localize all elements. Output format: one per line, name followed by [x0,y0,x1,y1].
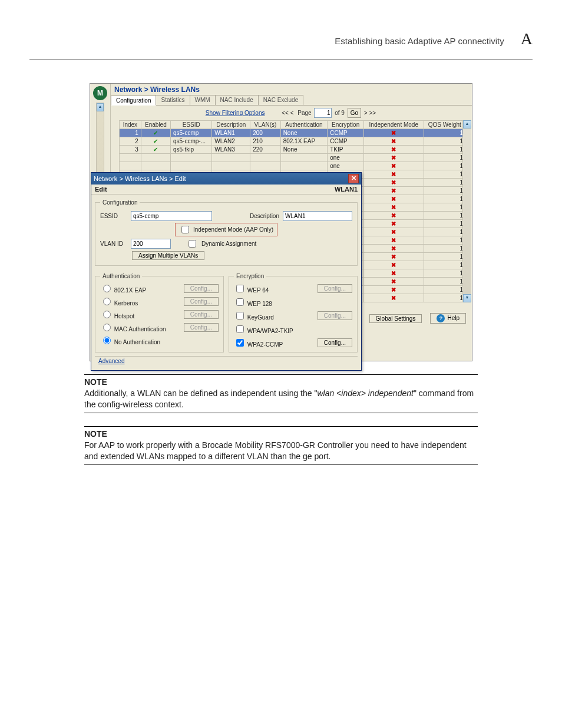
help-button[interactable]: ?Help [430,313,466,324]
enc-checkbox[interactable] [236,339,244,347]
table-cell: TKIP [328,146,364,154]
vlan-id-input[interactable] [131,239,171,249]
table-cell: ✖ [364,269,424,278]
column-header[interactable]: ESSID [171,121,212,129]
tab-wmm[interactable]: WMM [190,95,216,105]
column-header[interactable]: Authentication [280,121,328,129]
pager-next[interactable]: > >> [364,110,376,116]
auth-config-button[interactable]: Config... [184,284,219,293]
enc-config-button[interactable]: Config... [318,338,352,347]
x-icon: ✖ [366,270,421,276]
auth-option[interactable]: 802.1X EAP [100,283,184,294]
enc-option[interactable]: WPA2-CCMP [234,337,318,348]
x-icon: ✖ [366,286,421,293]
table-cell: ✖ [364,162,424,170]
auth-option[interactable]: MAC Authentication [100,322,184,332]
check-icon: ✔ [144,130,168,136]
table-row[interactable]: one✖1 [120,154,466,162]
column-header[interactable]: QOS Weight [424,121,465,129]
table-row[interactable]: one✖1 [120,162,466,170]
description-input[interactable] [283,211,352,221]
table-cell: ✖ [364,137,424,146]
note-title: NOTE [84,429,478,439]
table-cell [141,154,170,162]
show-filtering-link[interactable]: Show Filtering Options [206,110,265,116]
enc-config-button[interactable]: Config... [318,311,352,320]
table-cell: ✖ [364,195,424,203]
auth-config-button[interactable]: Config... [184,310,219,319]
table-scrollbar[interactable]: ▲ ▼ [462,120,471,302]
column-header[interactable]: Independent Mode [364,121,424,129]
dialog-titlebar[interactable]: Network > Wireless LANs > Edit ✕ [91,173,361,185]
dynamic-assignment-checkbox[interactable] [189,240,196,248]
pager-page-input[interactable] [314,108,332,118]
column-header[interactable]: Encryption [328,121,364,129]
global-settings-button[interactable]: Global Settings [369,314,422,323]
description-label: Description [250,213,279,219]
tabstrip: ConfigurationStatisticsWMMNAC IncludeNAC… [111,95,472,106]
tab-configuration[interactable]: Configuration [111,95,156,106]
scroll-down-icon[interactable]: ▼ [463,294,471,302]
scroll-up-icon[interactable]: ▲ [463,120,471,129]
auth-radio[interactable] [103,285,111,292]
table-cell: 1 [424,236,465,245]
table-cell [120,162,141,170]
scroll-up-icon[interactable]: ▲ [97,103,104,111]
table-cell: 1 [424,245,465,253]
tab-nac-exclude[interactable]: NAC Exclude [258,95,303,105]
table-cell: ✖ [364,261,424,269]
auth-radio[interactable] [103,311,111,318]
auth-radio[interactable] [103,337,111,344]
auth-option[interactable]: No Authentication [100,335,184,345]
auth-config-button[interactable]: Config... [184,323,219,332]
column-header[interactable]: Index [120,121,141,129]
enc-checkbox[interactable] [236,312,244,319]
enc-option[interactable]: WEP 64 [234,283,318,294]
table-cell: one [328,162,364,170]
auth-option[interactable]: Hotspot [100,309,184,319]
table-cell: CCMP [328,129,364,137]
enc-option[interactable]: WPA/WPA2-TKIP [234,324,318,335]
tab-statistics[interactable]: Statistics [156,95,190,105]
table-row[interactable]: 3✔qs5-tkipWLAN3220NoneTKIP✖1 [120,146,466,154]
close-icon[interactable]: ✕ [348,174,359,183]
auth-radio[interactable] [103,298,111,305]
auth-option[interactable]: Kerberos [100,296,184,307]
pager-prev[interactable]: << < [282,110,293,116]
table-cell: 1 [424,228,465,236]
config-legend: Configuration [100,199,140,206]
auth-legend: Authentication [100,273,142,279]
x-icon: ✖ [366,229,421,235]
auth-radio[interactable] [103,324,111,331]
table-row[interactable]: 1✔qs5-ccmpWLAN1200NoneCCMP✖1 [120,129,466,137]
essid-label: ESSID [100,213,127,219]
table-cell [280,154,328,162]
table-cell: ✖ [364,236,424,245]
enc-option[interactable]: WEP 128 [234,297,318,308]
appendix-letter: A [521,29,533,48]
pager-go-button[interactable]: Go [348,108,361,118]
auth-config-button[interactable]: Config... [184,297,219,306]
check-icon: ✔ [144,138,168,144]
enc-config-button[interactable]: Config... [318,284,352,293]
table-cell: ✖ [364,187,424,195]
enc-checkbox[interactable] [236,325,244,333]
tab-nac-include[interactable]: NAC Include [215,95,259,105]
table-cell [212,154,250,162]
essid-input[interactable] [131,211,212,221]
table-cell: 220 [250,146,280,154]
independent-mode-checkbox[interactable] [181,226,189,233]
column-header[interactable]: Description [212,121,250,129]
column-header[interactable]: VLAN(s) [250,121,280,129]
advanced-link[interactable]: Advanced [95,356,358,365]
enc-option[interactable]: KeyGuard [234,310,318,321]
column-header[interactable]: Enabled [141,121,170,129]
table-cell [212,162,250,170]
assign-multiple-vlans-button[interactable]: Assign Multiple VLANs [132,251,204,260]
table-cell: ✖ [364,170,424,179]
enc-checkbox[interactable] [236,298,244,306]
enc-checkbox[interactable] [236,285,244,292]
x-icon: ✖ [366,154,421,161]
x-icon: ✖ [366,262,421,268]
table-row[interactable]: 2✔qs5-ccmp-...WLAN2210802.1X EAPCCMP✖1 [120,137,466,146]
